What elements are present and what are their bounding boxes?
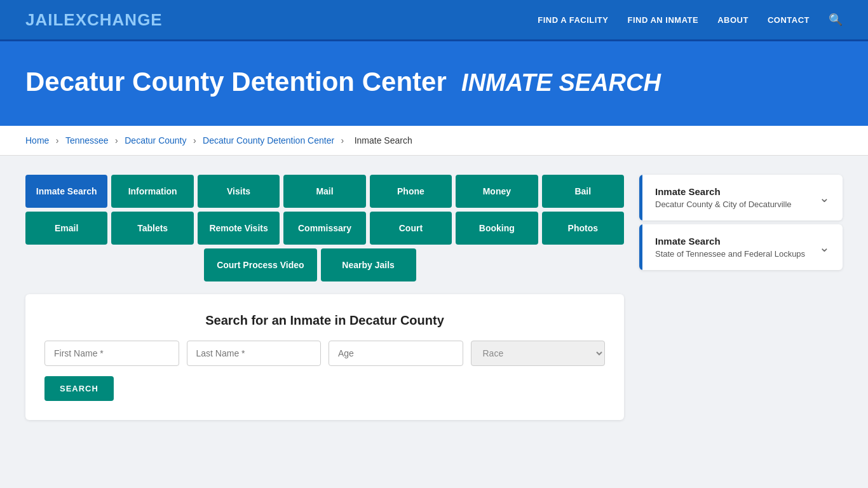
tabs-row3: Court Process Video Nearby Jails: [25, 248, 624, 281]
chevron-down-icon[interactable]: ⌄: [819, 190, 830, 205]
main-content: Inmate Search Information Visits Mail Ph…: [0, 156, 868, 439]
breadcrumb-dcdc[interactable]: Decatur County Detention Center: [203, 135, 334, 146]
chevron-down-icon-2[interactable]: ⌄: [819, 240, 830, 255]
logo[interactable]: JAILEXCHANGE: [25, 10, 163, 30]
tab-remote-visits[interactable]: Remote Visits: [198, 212, 280, 245]
age-input[interactable]: [329, 341, 463, 366]
nav-find-facility[interactable]: FIND A FACILITY: [538, 15, 608, 25]
sidebar-card-state-sub: State of Tennessee and Federal Lockups: [655, 249, 805, 259]
tab-visits[interactable]: Visits: [198, 175, 280, 208]
breadcrumb-tennessee[interactable]: Tennessee: [65, 135, 109, 146]
tab-commissary[interactable]: Commissary: [283, 212, 365, 245]
nav-contact[interactable]: CONTACT: [768, 15, 810, 25]
search-form-title: Search for an Inmate in Decatur County: [44, 313, 605, 328]
sidebar-card-local[interactable]: Inmate Search Decatur County & City of D…: [639, 175, 843, 220]
nav-about[interactable]: ABOUT: [717, 15, 749, 25]
tab-information[interactable]: Information: [111, 175, 193, 208]
tab-photos[interactable]: Photos: [542, 212, 624, 245]
header: JAILEXCHANGE FIND A FACILITY FIND AN INM…: [0, 0, 868, 41]
tab-nearby-jails[interactable]: Nearby Jails: [321, 248, 416, 281]
tab-inmate-search[interactable]: Inmate Search: [25, 175, 107, 208]
breadcrumb-decatur-county[interactable]: Decatur County: [125, 135, 186, 146]
breadcrumb: Home › Tennessee › Decatur County › Deca…: [0, 126, 868, 156]
main-nav: FIND A FACILITY FIND AN INMATE ABOUT CON…: [538, 13, 843, 27]
breadcrumb-home[interactable]: Home: [25, 135, 49, 146]
sidebar-card-state[interactable]: Inmate Search State of Tennessee and Fed…: [639, 224, 843, 270]
tab-bail[interactable]: Bail: [542, 175, 624, 208]
first-name-input[interactable]: [44, 341, 179, 366]
search-icon-button[interactable]: 🔍: [829, 13, 843, 27]
page-title-main: Decatur County Detention Center: [25, 67, 447, 97]
tabs-row2: Email Tablets Remote Visits Commissary C…: [25, 212, 624, 245]
hero-section: Decatur County Detention Center INMATE S…: [0, 41, 868, 126]
page-title-sub: INMATE SEARCH: [461, 69, 661, 96]
right-sidebar: Inmate Search Decatur County & City of D…: [639, 175, 843, 274]
form-row-names: Race White Black Hispanic Asian Other: [44, 341, 605, 366]
sidebar-card-local-title: Inmate Search: [655, 186, 792, 197]
left-panel: Inmate Search Information Visits Mail Ph…: [25, 175, 624, 420]
logo-exchange: EXCHANGE: [64, 10, 162, 29]
page-title: Decatur County Detention Center INMATE S…: [25, 67, 843, 97]
tab-email[interactable]: Email: [25, 212, 107, 245]
search-form-container: Search for an Inmate in Decatur County R…: [25, 294, 624, 420]
tab-money[interactable]: Money: [456, 175, 538, 208]
logo-jail: JAIL: [25, 10, 64, 29]
search-button[interactable]: SEARCH: [44, 376, 114, 401]
tab-booking[interactable]: Booking: [456, 212, 538, 245]
race-select[interactable]: Race White Black Hispanic Asian Other: [471, 341, 606, 366]
tab-court-process-video[interactable]: Court Process Video: [204, 248, 316, 281]
sidebar-card-local-sub: Decatur County & City of Decaturville: [655, 200, 792, 209]
tab-phone[interactable]: Phone: [370, 175, 452, 208]
tab-mail[interactable]: Mail: [283, 175, 365, 208]
tabs-row1: Inmate Search Information Visits Mail Ph…: [25, 175, 624, 208]
breadcrumb-current: Inmate Search: [355, 135, 412, 146]
nav-find-inmate[interactable]: FIND AN INMATE: [627, 15, 698, 25]
tab-tablets[interactable]: Tablets: [111, 212, 193, 245]
sidebar-card-state-title: Inmate Search: [655, 236, 805, 247]
last-name-input[interactable]: [187, 341, 322, 366]
tab-court[interactable]: Court: [370, 212, 452, 245]
